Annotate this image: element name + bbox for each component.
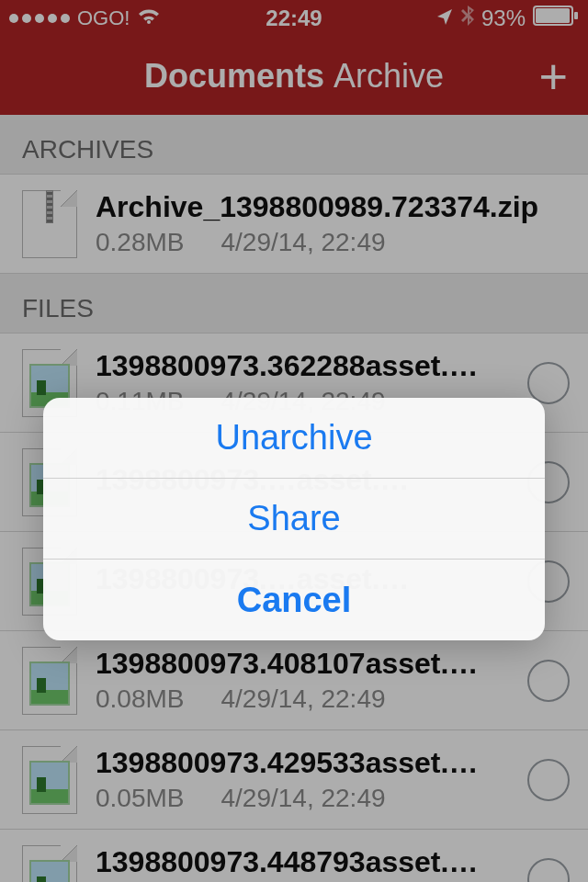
file-name: 1398800973.408107asset.…: [96, 647, 509, 681]
status-right: 93%: [435, 6, 579, 31]
image-file-icon: [22, 845, 77, 883]
file-date: 4/29/14, 22:49: [221, 684, 386, 714]
select-radio[interactable]: [527, 362, 570, 404]
unarchive-button[interactable]: Unarchive: [43, 398, 545, 479]
title-main: Documents: [144, 57, 324, 95]
select-radio[interactable]: [527, 759, 570, 801]
row-text: 1398800973.429533asset.… 0.05MB 4/29/14,…: [96, 746, 509, 813]
battery-percent: 93%: [481, 6, 526, 31]
battery-icon: [533, 6, 579, 31]
section-header-archives: ARCHIVES: [0, 115, 588, 175]
wifi-icon: [137, 6, 161, 31]
bluetooth-icon: [461, 6, 474, 31]
status-bar: OGO! 22:49 93%: [0, 0, 588, 37]
file-name: 1398800973.448793asset.…: [96, 845, 509, 879]
file-row[interactable]: 1398800973.408107asset.… 0.08MB 4/29/14,…: [0, 631, 588, 730]
nav-bar: Documents Archive +: [0, 37, 588, 115]
select-radio[interactable]: [527, 660, 570, 702]
file-name: 1398800973.429533asset.…: [96, 746, 509, 780]
add-button[interactable]: +: [538, 51, 568, 101]
title-sub: Archive: [334, 57, 444, 95]
section-header-files: FILES: [0, 274, 588, 334]
svg-rect-1: [536, 8, 570, 23]
screen: OGO! 22:49 93% Documents Archive + ARC: [0, 0, 588, 882]
signal-strength-icon: [9, 14, 70, 23]
file-size: 0.05MB: [96, 784, 185, 813]
cancel-button[interactable]: Cancel: [43, 560, 545, 640]
row-text: 1398800973.448793asset.… 0.04MB 4/29/14,…: [96, 845, 509, 882]
archive-row[interactable]: Archive_1398800989.723374.zip 0.28MB 4/2…: [0, 175, 588, 274]
action-sheet: Unarchive Share Cancel: [43, 398, 545, 640]
image-file-icon: [22, 647, 77, 715]
file-name: 1398800973.362288asset.…: [96, 349, 509, 383]
file-date: 4/29/14, 22:49: [221, 784, 386, 813]
select-radio[interactable]: [527, 858, 570, 883]
clock: 22:49: [266, 6, 322, 31]
share-button[interactable]: Share: [43, 479, 545, 560]
file-row[interactable]: 1398800973.448793asset.… 0.04MB 4/29/14,…: [0, 830, 588, 882]
carrier-label: OGO!: [77, 6, 130, 30]
row-text: 1398800973.408107asset.… 0.08MB 4/29/14,…: [96, 647, 509, 714]
zip-file-icon: [22, 190, 77, 258]
file-row[interactable]: 1398800973.429533asset.… 0.05MB 4/29/14,…: [0, 730, 588, 830]
location-icon: [435, 6, 454, 31]
row-text: Archive_1398800989.723374.zip 0.28MB 4/2…: [96, 190, 570, 257]
status-left: OGO!: [9, 6, 161, 31]
image-file-icon: [22, 746, 77, 814]
svg-rect-2: [574, 12, 578, 19]
file-size: 0.28MB: [96, 228, 185, 257]
page-title: Documents Archive: [144, 57, 444, 96]
file-size: 0.08MB: [96, 684, 185, 714]
file-name: Archive_1398800989.723374.zip: [96, 190, 570, 224]
file-date: 4/29/14, 22:49: [221, 228, 386, 257]
